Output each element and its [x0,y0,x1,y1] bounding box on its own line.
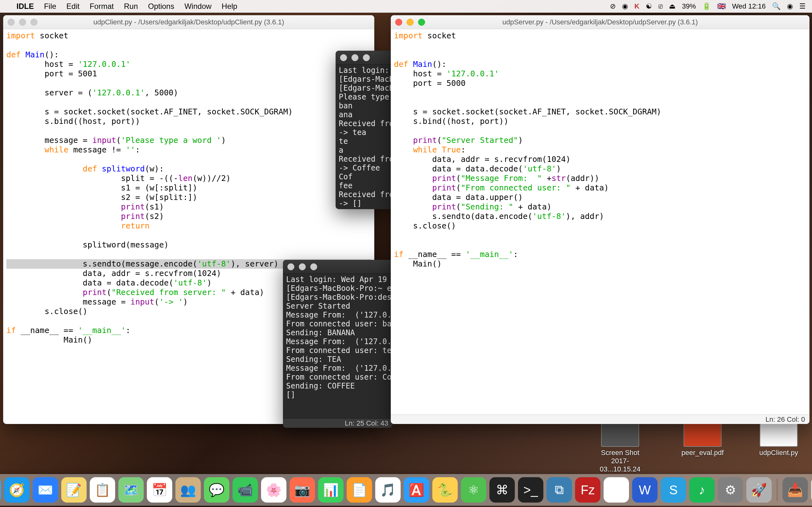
desktop-icon-pdf[interactable]: peer_eval.pdf [676,421,729,457]
code-line: def Main(): [394,60,806,69]
terminal-line: From connected user: Coffee [286,373,390,382]
minimize-button[interactable] [19,19,26,26]
terminal-titlebar-server[interactable] [283,260,393,274]
code-line: s = socket.socket(socket.AF_INET, socket… [394,107,806,117]
code-editor-server[interactable]: import socket def Main(): host = '127.0.… [391,29,809,414]
dock-app-photobooth[interactable]: 📷 [290,477,315,503]
dock-app-reminders[interactable]: 📋 [90,477,115,503]
dock-app-skype[interactable]: S [661,477,686,503]
terminal-titlebar-client[interactable] [336,51,393,65]
close-button[interactable] [340,54,347,61]
dock-app-messages[interactable]: 💬 [204,477,229,503]
code-line [394,240,806,250]
notification-center-icon[interactable]: ☰ [799,2,806,10]
code-line [6,231,371,240]
menu-file[interactable]: File [44,2,56,11]
status-icon-1[interactable]: ⊘ [610,2,616,10]
code-line: import socket [6,31,371,41]
menu-help[interactable]: Help [222,2,237,11]
dock-app-contacts[interactable]: 👥 [175,477,201,503]
terminal-window-client[interactable]: Last login: We[Edgars-MacBook[Edgars-Mac… [336,51,393,209]
code-line: import socket [394,31,806,41]
code-line: s.bind((host, port)) [394,117,806,126]
close-button[interactable] [287,263,294,270]
dock-app-photos[interactable]: 🌸 [261,477,287,503]
status-icon-display[interactable]: ⎚ [658,2,663,10]
dock-app-terminal[interactable]: ⌘ [490,477,515,503]
file-icon [601,421,639,447]
dock-app-atom[interactable]: ⚛ [461,477,486,503]
menu-options[interactable]: Options [148,2,174,11]
dock-app-maps[interactable]: 🗺️ [118,477,144,503]
file-icon [760,421,798,447]
dock-app-chrome[interactable]: ◉ [604,477,629,503]
dock-app-code[interactable]: ⧉ [547,477,572,503]
status-icon-sync[interactable]: ☯ [646,2,652,10]
menu-window[interactable]: Window [184,2,211,11]
code-line [6,98,371,107]
dock-app-numbers[interactable]: 📊 [318,477,344,503]
dock-app-downloads[interactable]: 📥 [782,477,808,503]
code-line: s = socket.socket(socket.AF_INET, socket… [6,107,371,117]
dock-app-pages[interactable]: 📄 [347,477,372,503]
minimize-button[interactable] [407,19,414,26]
code-line: split = -((-len(w))//2) [6,174,371,183]
dock-app-calendar[interactable]: 📅 [147,477,172,503]
dock-app-terminal2[interactable]: >_ [518,477,543,503]
titlebar-server[interactable]: udpServer.py - /Users/edgarkiljak/Deskto… [391,15,809,29]
dock-app-filezilla[interactable]: Fz [575,477,600,503]
siri-icon[interactable]: ◉ [787,2,793,10]
terminal-line: [] [286,390,390,399]
dock-app-notes[interactable]: 📝 [61,477,87,503]
terminal-line: te [339,137,390,146]
code-line: s.sendto(data.encode('utf-8'), addr) [394,212,806,221]
battery-icon[interactable]: 🔋 [702,2,711,10]
dock-app-safari[interactable]: 🧭 [4,477,30,503]
zoom-button[interactable] [418,19,425,26]
file-label: udpClient.py [752,449,806,457]
dock-app-launchpad[interactable]: 🚀 [746,477,772,503]
dock-app-spotify[interactable]: ♪ [689,477,715,503]
terminal-window-server[interactable]: Last login: Wed Apr 19 10:4[Edgars-MacBo… [283,260,393,428]
dock-app-appstore[interactable]: 🅰️ [404,477,429,503]
dock-app-idle[interactable]: 🐍 [432,477,458,503]
status-icon-k[interactable]: K [635,2,640,10]
idle-window-server[interactable]: udpServer.py - /Users/edgarkiljak/Deskto… [391,15,809,424]
app-name[interactable]: IDLE [16,2,34,11]
dock-app-itunes[interactable]: 🎵 [375,477,401,503]
code-line: port = 5000 [394,78,806,88]
terminal-body-client[interactable]: Last login: We[Edgars-MacBook[Edgars-Mac… [336,65,393,209]
desktop-icon-python[interactable]: udpClient.py [752,421,806,457]
titlebar-client[interactable]: udpClient.py - /Users/edgarkiljak/Deskto… [3,15,374,29]
menubar[interactable]: IDLE File Edit Format Run Options Window… [0,0,812,13]
status-icon-eject[interactable]: ⏏ [669,2,676,10]
dock-app-facetime[interactable]: 📹 [233,477,258,503]
minimize-button[interactable] [351,54,358,61]
dock[interactable]: 📁🧭✉️📝📋🗺️📅👥💬📹🌸📷📊📄🎵🅰️🐍⚛⌘>_⧉Fz◉WS♪⚙🚀📥🗑️ [0,474,812,506]
menu-format[interactable]: Format [90,2,114,11]
dock-app-word[interactable]: W [632,477,658,503]
code-line: splitword(message) [6,240,371,250]
menu-edit[interactable]: Edit [66,2,79,11]
battery-percent[interactable]: 39% [682,2,696,10]
zoom-button[interactable] [310,263,317,270]
minimize-button[interactable] [299,263,306,270]
code-line [394,98,806,107]
dock-app-mail[interactable]: ✉️ [33,477,58,503]
dock-app-finder[interactable]: 📁 [0,477,1,503]
terminal-body-server[interactable]: Last login: Wed Apr 19 10:4[Edgars-MacBo… [283,274,393,418]
close-button[interactable] [395,19,402,26]
clock[interactable]: Wed 12:16 [732,2,766,10]
zoom-button[interactable] [31,19,38,26]
desktop-icon-screenshot[interactable]: Screen Shot 2017-03...10.15.24 [593,421,647,473]
status-icon-2[interactable]: ◉ [622,2,628,10]
menu-run[interactable]: Run [124,2,138,11]
close-button[interactable] [8,19,14,26]
terminal-line: Message From: ('127.0.0.1' [286,311,390,320]
spotlight-icon[interactable]: 🔍 [772,2,780,10]
zoom-button[interactable] [363,54,370,61]
code-line: return [6,221,371,231]
dock-app-sysprefs[interactable]: ⚙ [718,477,743,503]
input-flag[interactable]: 🇬🇧 [717,2,726,10]
code-line [6,155,371,164]
